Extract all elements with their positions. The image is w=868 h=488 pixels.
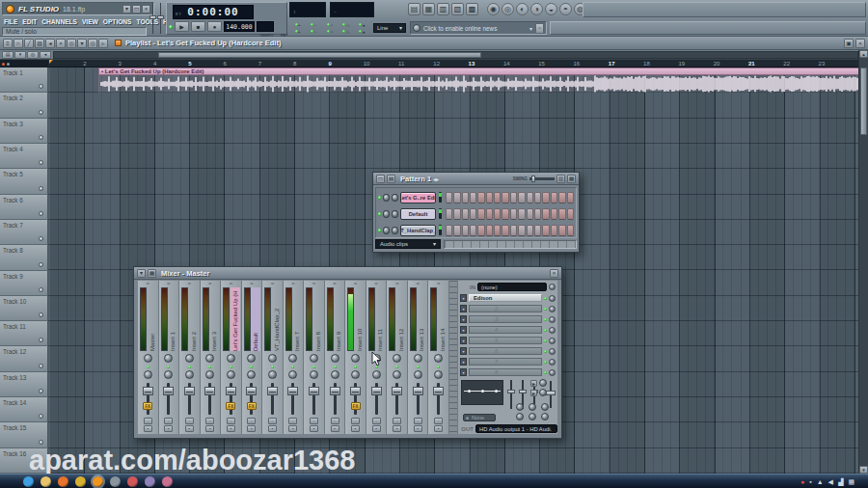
- step-cell[interactable]: [551, 225, 557, 236]
- chevron-down-icon[interactable]: ▾: [529, 25, 532, 32]
- step-cell[interactable]: [494, 208, 501, 220]
- route-toggle-icon[interactable]: ▸: [530, 380, 537, 387]
- track-mute-led[interactable]: [39, 135, 43, 140]
- snap-option-icon[interactable]: ▫: [322, 21, 339, 28]
- strip-fader-handle[interactable]: [433, 387, 444, 395]
- strip-enable-led[interactable]: [208, 366, 211, 368]
- fx-slot-6[interactable]: ▾6: [460, 346, 556, 356]
- strip-pan-knob[interactable]: [144, 354, 152, 363]
- channel-button-vt-handclap-2[interactable]: VT_HandClap_2: [400, 225, 437, 236]
- step-cell[interactable]: [486, 225, 493, 236]
- graph-editor-icon[interactable]: ▥: [556, 175, 565, 183]
- step-cell[interactable]: [558, 208, 565, 220]
- strip-dock-icon[interactable]: ▪: [185, 425, 194, 432]
- output-device-select[interactable]: HD Audio output 1 - HD Audi.: [475, 424, 557, 433]
- strip-record-arm-icon[interactable]: ◦: [434, 418, 443, 424]
- strip-record-arm-icon[interactable]: ◦: [331, 418, 339, 424]
- strip-enable-led[interactable]: [395, 366, 398, 368]
- strip-stereo-knob[interactable]: [185, 370, 194, 379]
- strip-fader-handle[interactable]: [204, 387, 215, 395]
- strip-fader-handle[interactable]: [309, 387, 319, 395]
- strip-record-arm-icon[interactable]: ◦: [310, 418, 318, 424]
- strip-fx-badge[interactable]: FX: [143, 402, 152, 410]
- detach-icon[interactable]: ▣: [844, 39, 854, 48]
- step-cell[interactable]: [462, 208, 469, 220]
- track-mute-led[interactable]: [39, 364, 43, 368]
- channel-mute-led[interactable]: [378, 229, 381, 232]
- slot-enable-led[interactable]: [544, 318, 547, 321]
- strip-enable-led[interactable]: [354, 366, 357, 368]
- step-cell[interactable]: [534, 225, 541, 236]
- slot-menu-icon[interactable]: ▾: [460, 315, 467, 323]
- strip-stereo-knob[interactable]: [205, 370, 214, 379]
- step-cell[interactable]: [477, 192, 484, 203]
- taskbar-file-explorer[interactable]: [41, 476, 51, 487]
- menu-view[interactable]: VIEW: [82, 18, 98, 25]
- playlist-track-header[interactable]: Track 1: [0, 68, 48, 93]
- step-cell[interactable]: [510, 208, 517, 220]
- track-mute-led[interactable]: [39, 312, 43, 317]
- taskbar-app-purple[interactable]: [145, 476, 155, 487]
- playlist-hscrollbar[interactable]: [53, 51, 858, 59]
- step-cell[interactable]: [453, 192, 460, 203]
- strip-dock-icon[interactable]: ▪: [393, 425, 401, 432]
- slot-enable-led[interactable]: [544, 361, 547, 364]
- track-mute-led[interactable]: [39, 440, 43, 445]
- browser-icon[interactable]: ▧: [451, 3, 464, 15]
- mixer-menu-icon[interactable]: ▾: [137, 269, 146, 278]
- slot-mix-knob[interactable]: [549, 316, 556, 323]
- pattern-arrows-icon[interactable]: ◂▸: [433, 176, 439, 182]
- step-cell[interactable]: [494, 192, 501, 203]
- slot-menu-icon[interactable]: ▾: [460, 337, 467, 344]
- track-mute-led[interactable]: [39, 338, 43, 342]
- channel-pan-knob[interactable]: [383, 210, 390, 218]
- playlist-vscrollbar[interactable]: ▴ ▾: [858, 50, 868, 474]
- fx-slot-name[interactable]: 3: [469, 315, 542, 323]
- step-cell[interactable]: [567, 192, 574, 203]
- pattern-picker-icon[interactable]: ▤: [2, 51, 14, 59]
- channel-volume-knob[interactable]: [392, 227, 398, 234]
- send-knob[interactable]: [539, 379, 547, 387]
- playlist-track-header[interactable]: Track 8: [0, 245, 48, 270]
- strip-fader-handle[interactable]: [392, 387, 402, 395]
- step-sequencer-icon[interactable]: ▦: [422, 3, 435, 15]
- strip-fader-handle[interactable]: [267, 387, 278, 395]
- strip-fader-handle[interactable]: [226, 387, 236, 395]
- step-cell[interactable]: [542, 192, 549, 203]
- snap-option-icon[interactable]: ∩: [338, 28, 354, 35]
- strip-fx-badge[interactable]: FX: [247, 402, 257, 410]
- step-cell[interactable]: [527, 208, 533, 220]
- close-icon[interactable]: ×: [855, 39, 865, 48]
- track-mute-led[interactable]: [39, 186, 43, 191]
- channel-group-filter[interactable]: Audio clips▾: [375, 239, 441, 249]
- strip-dock-icon[interactable]: ▪: [164, 425, 173, 432]
- pattern-selector-lcd[interactable]: 1: [289, 2, 326, 17]
- mixer-strip-insert-7[interactable]: ◂▸Insert 7◦▪: [284, 281, 305, 434]
- magnet-icon[interactable]: ∩: [14, 39, 23, 48]
- snap-option-icon[interactable]: ◦: [306, 21, 322, 28]
- track-mute-led[interactable]: [39, 160, 43, 165]
- strip-fader-handle[interactable]: [350, 387, 361, 395]
- step-cell[interactable]: [477, 208, 484, 220]
- fx-slot-4[interactable]: ▾4: [460, 325, 556, 335]
- track-mute-led[interactable]: [39, 236, 43, 241]
- strip-pan-knob[interactable]: [205, 354, 214, 363]
- paint-icon[interactable]: ▨: [35, 39, 44, 48]
- fx-slot-3[interactable]: ▾3: [460, 314, 556, 324]
- step-cell[interactable]: [502, 225, 508, 236]
- swing-control[interactable]: SWING: [513, 176, 555, 181]
- taskbar-firefox[interactable]: [58, 476, 68, 487]
- tempo-display[interactable]: 140.000: [224, 21, 255, 32]
- strip-record-arm-icon[interactable]: ◦: [351, 418, 360, 424]
- snap-option-icon[interactable]: ▸: [354, 28, 370, 35]
- fx-slot-1[interactable]: ▾Edison: [460, 293, 556, 303]
- step-cell[interactable]: [542, 225, 549, 236]
- strip-stereo-knob[interactable]: [310, 370, 318, 379]
- vscroll-thumb[interactable]: [860, 68, 867, 135]
- misc-knob[interactable]: [541, 413, 549, 420]
- step-edit-icon[interactable]: ◓: [559, 3, 572, 15]
- step-cell[interactable]: [477, 225, 484, 236]
- step-cell[interactable]: [567, 208, 574, 220]
- strip-pan-knob[interactable]: [393, 354, 401, 363]
- playlist-track-header[interactable]: Track 9: [0, 271, 48, 296]
